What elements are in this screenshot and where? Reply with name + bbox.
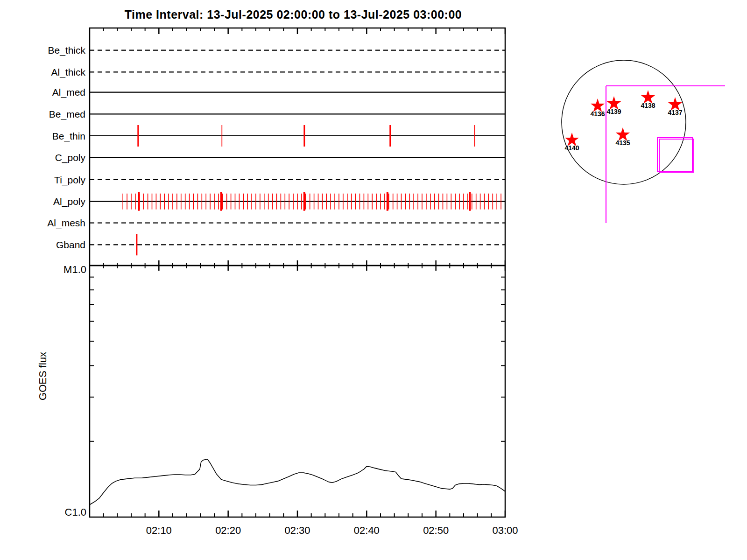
active-region-label: 4136 (590, 110, 605, 118)
filter-row-label-Be_thick: Be_thick (48, 45, 85, 56)
x-tick-label: 02:50 (423, 525, 449, 536)
filter-row-label-C_poly: C_poly (55, 152, 86, 163)
filter-row-label-Al_poly: Al_poly (53, 196, 85, 207)
goes-flux-curve (90, 459, 505, 505)
y-axis-bottom-label: C1.0 (65, 506, 86, 518)
x-tick-label: 03:00 (492, 525, 518, 536)
x-tick-label: 02:20 (215, 525, 241, 536)
solar-limb-circle (562, 60, 686, 184)
active-region-label: 4139 (606, 108, 621, 115)
plot-canvas: Time Interval: 13-Jul-2025 02:00:00 to 1… (0, 0, 747, 560)
filter-row-label-Al_mesh: Al_mesh (47, 217, 85, 229)
goes-panel-frame (90, 266, 505, 517)
x-tick-label: 02:30 (284, 525, 310, 536)
y-axis-top-label: M1.0 (63, 264, 86, 275)
filter-panel-frame (90, 28, 505, 266)
active-region-label: 4135 (615, 139, 630, 147)
filter-row-label-Gband: Gband (56, 239, 85, 250)
goes-flux-axis-title: GOES flux (37, 352, 49, 400)
fov-rectangle (657, 138, 692, 171)
page-title: Time Interval: 13-Jul-2025 02:00:00 to 1… (125, 8, 462, 21)
active-region-label: 4138 (641, 102, 655, 109)
filter-row-label-Al_med: Al_med (52, 87, 85, 98)
x-tick-label: 02:40 (354, 525, 380, 536)
x-tick-label: 02:10 (146, 525, 172, 536)
filter-row-label-Be_thin: Be_thin (52, 131, 85, 142)
filter-row-label-Be_med: Be_med (49, 109, 85, 120)
screenshot-root: Time Interval: 13-Jul-2025 02:00:00 to 1… (0, 0, 747, 560)
filter-timeline-panel: Be_thickAl_thickAl_medBe_medBe_thinC_pol… (47, 28, 505, 271)
goes-flux-panel: 02:1002:2002:3002:4002:5003:00 (90, 266, 518, 536)
filter-row-label-Al_thick: Al_thick (51, 67, 85, 78)
solar-disk-map: 413641394138413741404135 (562, 60, 725, 223)
filter-row-label-Ti_poly: Ti_poly (54, 175, 85, 186)
active-region-label: 4140 (564, 144, 579, 152)
active-region-label: 4137 (668, 109, 682, 116)
